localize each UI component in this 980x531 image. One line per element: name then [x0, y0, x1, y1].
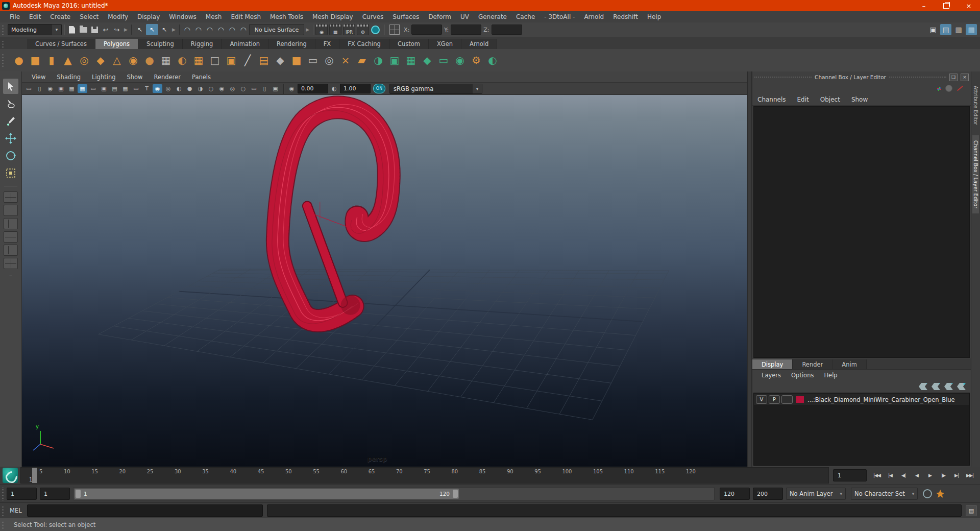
layer-name[interactable]: ...:Black_Diamond_MiniWire_Carabiner_Ope… [807, 396, 955, 403]
shelf-tab[interactable]: Sculpting [138, 39, 183, 49]
poly-cube-solid-icon[interactable]: ■ [289, 53, 304, 68]
mirror-icon[interactable]: ◑ [371, 53, 386, 68]
combine-icon[interactable]: ▣ [387, 53, 402, 68]
menu-item[interactable]: Generate [474, 13, 511, 20]
smooth-icon[interactable]: ● [142, 53, 157, 68]
menu-item[interactable]: Arnold [579, 13, 608, 20]
new-scene-button[interactable] [66, 24, 78, 35]
knife-icon[interactable]: ╱ [240, 53, 255, 68]
go-to-start-button[interactable]: |◀◀ [871, 470, 883, 480]
menu-item[interactable]: Surfaces [388, 13, 424, 20]
go-to-end-button[interactable]: ▶▶| [964, 470, 976, 480]
redo-button[interactable]: ↪ [111, 24, 122, 35]
safe-action-icon[interactable]: ▭ [131, 84, 141, 93]
command-input[interactable] [27, 504, 263, 517]
layout-persp-outliner-button[interactable] [4, 218, 18, 229]
menu-item[interactable]: UV [456, 13, 474, 20]
layer-visibility-toggle[interactable]: V [756, 395, 767, 404]
subdivide-icon[interactable]: ▦ [158, 53, 174, 68]
menu-item[interactable]: Edit Mesh [226, 13, 265, 20]
layout-custom-button[interactable] [4, 258, 18, 269]
select-object-icon[interactable]: ↖ [146, 24, 158, 35]
poly-pyramid-icon[interactable]: △ [109, 53, 125, 68]
channel-box-menu-item[interactable]: Show [851, 96, 874, 103]
lights-icon[interactable]: ◐ [174, 84, 184, 93]
make-live-icon[interactable]: ◠ [238, 24, 249, 35]
animation-preferences-icon[interactable] [936, 490, 944, 498]
color-management-toggle[interactable]: ON [373, 84, 385, 93]
channel-box-menu-item[interactable]: Channels [757, 96, 792, 103]
layout-more-button[interactable]: – [9, 272, 12, 279]
move-tool[interactable] [3, 131, 18, 146]
bridge-icon[interactable]: ▭ [436, 53, 451, 68]
view-transform-dropdown[interactable]: sRGB gamma ▾ [389, 84, 482, 94]
fill-hole-icon[interactable]: ▰ [354, 53, 370, 68]
shelf-tab[interactable]: Animation [222, 39, 268, 49]
exposure-field[interactable]: 0.00 [298, 84, 328, 93]
select-camera-icon[interactable]: ▭ [24, 84, 34, 93]
z-input[interactable] [492, 25, 522, 35]
menu-item[interactable]: Windows [164, 13, 201, 20]
command-language-label[interactable]: MEL [10, 507, 22, 514]
panel-menu-item[interactable]: Lighting [86, 74, 121, 81]
separate-icon[interactable]: ▦ [403, 53, 419, 68]
create-layer-from-selected-icon[interactable]: ● [957, 383, 966, 390]
select-tool[interactable] [3, 79, 18, 94]
layer-display-type-toggle[interactable] [781, 395, 793, 404]
layer-editor-tab[interactable]: Render [793, 359, 832, 369]
help-grip[interactable] [2, 520, 5, 529]
script-editor-icon[interactable]: ▤ [966, 505, 977, 516]
pan-zoom-icon[interactable]: ▯ [260, 84, 270, 93]
layer-editor-tab[interactable]: Display [752, 359, 793, 369]
sidebar-vertical-tab[interactable]: Attribute Editor [972, 81, 979, 130]
shelf-tab[interactable]: Custom [389, 39, 429, 49]
render-current-frame-icon[interactable]: ▦ [329, 24, 341, 35]
layout-four-pane-button[interactable] [4, 191, 18, 203]
auto-keyframe-icon[interactable] [923, 489, 932, 498]
anim-layer-dropdown[interactable]: No Anim Layer ▾ [786, 488, 846, 500]
character-set-dropdown[interactable]: No Character Set ▾ [851, 488, 918, 500]
grid-icon[interactable]: ▦ [78, 84, 87, 93]
make-grid-icon[interactable]: ▦ [191, 53, 206, 68]
bevel-icon[interactable]: ◉ [452, 53, 468, 68]
scale-tool[interactable] [3, 165, 18, 181]
rotate-tool[interactable] [3, 148, 18, 163]
layer-editor-menu-item[interactable]: Layers [756, 372, 786, 379]
image-plane-icon[interactable]: ▦ [67, 84, 77, 93]
menu-item[interactable]: Mesh Display [308, 13, 358, 20]
poly-cylinder-icon[interactable]: ▮ [44, 53, 59, 68]
undo-button[interactable]: ↩ [100, 24, 111, 35]
menu-item[interactable]: Help [643, 13, 666, 20]
bookmark-icon[interactable]: ▣ [56, 84, 66, 93]
y-input[interactable] [451, 25, 481, 35]
poly-cone-icon[interactable]: ▲ [60, 53, 76, 68]
contrast-icon[interactable]: ◐ [329, 84, 339, 93]
cube-wire-icon[interactable]: □ [207, 53, 223, 68]
render-settings-icon[interactable]: ⚙ [357, 24, 369, 35]
render-globals-icon[interactable] [371, 26, 380, 34]
layout-hypershade-persp-button[interactable] [4, 245, 18, 256]
open-scene-button[interactable] [78, 24, 89, 35]
step-forward-frame-button[interactable]: |▶ [937, 470, 949, 480]
layer-playback-toggle[interactable]: P [769, 395, 780, 404]
panel-menu-item[interactable]: Panels [186, 74, 216, 81]
render-view-icon[interactable]: ◉ [315, 24, 328, 35]
close-panel-icon[interactable]: × [961, 74, 969, 81]
maximize-button[interactable] [935, 0, 958, 11]
layer-color-swatch[interactable] [796, 396, 804, 403]
current-time-field[interactable]: 1 [833, 469, 867, 481]
shelf-tab[interactable]: Curves / Surfaces [27, 39, 95, 49]
ipr-render-icon[interactable]: IPR [343, 24, 355, 35]
layer-editor-tab[interactable]: Anim [832, 359, 867, 369]
select-hierarchy-icon[interactable]: ↖ [134, 24, 146, 35]
absolute-transform-icon[interactable] [389, 25, 400, 35]
float-panel-icon[interactable]: ❏ [949, 74, 958, 81]
shelf-tab[interactable]: Rigging [183, 39, 222, 49]
marquee-select-icon[interactable]: ▭ [305, 53, 321, 68]
ao-icon[interactable]: ◑ [195, 84, 205, 93]
quad-draw-icon[interactable]: ◆ [273, 53, 288, 68]
hyperbolic-speed-icon[interactable] [957, 86, 963, 91]
lasso-tool[interactable] [3, 96, 18, 111]
shadows-icon[interactable]: ● [185, 84, 194, 93]
poly-plane-icon[interactable]: ◆ [93, 53, 108, 68]
